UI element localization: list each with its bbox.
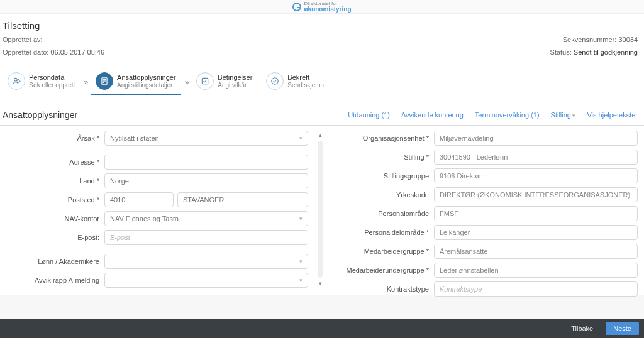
created-date: Opprettet dato: 06.05.2017 08:46 [3,47,104,58]
epost-input[interactable]: E-post [104,230,308,245]
kontraktstype-field[interactable]: Kontraktstype [434,281,638,297]
created-by: Opprettet av: [3,35,104,46]
form-scrollbar[interactable]: ▴ ▾ [316,131,325,288]
wizard-step-sub: Angi stillingsdetaljer [117,82,176,89]
scroll-down-icon[interactable]: ▾ [319,280,322,286]
wizard-step-bekreft[interactable]: Bekreft Send skjema [261,68,329,95]
label-medarbeidergruppe: Medarbeidergruppe [332,248,429,255]
wizard-step-sub: Angi vilkår [218,82,252,89]
svg-point-1 [17,80,20,83]
avvik-amelding-select[interactable] [104,273,308,288]
brand-text: Direktoratet for økonomistyring [304,1,351,13]
stillingsgruppe-field[interactable]: 9106 Direktør [434,168,638,183]
lonn-akademikere-select[interactable] [104,254,308,269]
postnr-input[interactable]: 4010 [104,192,174,207]
label-aarsak: Årsak [3,134,99,142]
adresse-input[interactable] [104,155,308,170]
wizard-step-betingelser[interactable]: Betingelser Angi vilkår [191,68,257,95]
orgenhet-field[interactable]: Miljøvernavdeling [434,131,638,146]
person-icon [8,72,25,90]
brand-logo: Direktoratet for økonomistyring [292,1,351,13]
link-vis-hjelpetekster[interactable]: Vis hjelpetekster [587,111,638,119]
label-stillingsgruppe: Stillingsgruppe [332,172,429,180]
right-column: Organisasjonsenhet Miljøvernavdeling Sti… [332,131,638,288]
status: Status: Sendt til godkjenning [550,47,638,58]
svg-point-7 [272,78,279,85]
label-adresse: Adresse [3,158,99,166]
scroll-up-icon[interactable]: ▴ [319,132,322,138]
sequence-number: Sekvensnummer: 30034 [563,35,638,46]
page-header: Tilsetting Opprettet av: Opprettet dato:… [0,14,644,62]
left-column: Årsak Nytilsatt i staten Adresse Land No… [3,131,308,288]
form-area: Årsak Nytilsatt i staten Adresse Land No… [0,126,644,295]
label-stilling: Stilling [332,153,429,161]
wizard-step-sub: Send skjema [287,82,324,89]
wizard-step-label: Ansattopplysninger [117,74,176,82]
wizard-step-label: Persondata [29,74,75,82]
send-icon [266,72,284,90]
page-title: Tilsetting [3,20,638,31]
footer-bar: Tilbake Neste [0,319,644,338]
label-orgenhet: Organisasjonsenhet [332,134,429,142]
navkontor-select[interactable]: NAV Eiganes og Tasta [104,211,308,226]
label-navkontor: NAV-kontor [3,215,99,222]
poststed-input[interactable]: STAVANGER [177,192,308,207]
label-personaldelomrade: Personaldelområde [332,229,429,236]
document-icon [96,72,113,90]
label-epost: E-post: [3,234,99,241]
section-bar: Ansattopplysninger Utdanning (1) Avviken… [0,102,644,126]
wizard-step-label: Bekreft [287,74,324,82]
label-kontraktstype: Kontraktstype [332,285,429,293]
label-lonn-akademikere: Lønn / Akademikere [3,258,99,265]
stilling-field[interactable]: 30041590 - Lederlønn [434,150,638,165]
checklist-icon [196,72,214,90]
wizard-steps: Persondata Søk eller opprett » Ansattopp… [0,62,644,102]
chevron-right-icon: » [84,78,87,87]
label-poststed: Poststed [3,196,99,204]
label-personalomrade: Personalområde [332,210,429,217]
wizard-step-persondata[interactable]: Persondata Søk eller opprett [3,68,80,95]
wizard-step-sub: Søk eller opprett [29,82,75,89]
land-input[interactable]: Norge [104,173,308,188]
label-avvik-amelding: Avvik rapp A-melding [3,276,99,284]
link-avvikende-kontering[interactable]: Avvikende kontering [401,111,464,119]
link-terminovervaking[interactable]: Terminovervåking (1) [475,111,540,119]
next-button[interactable]: Neste [606,322,639,335]
label-land: Land [3,177,99,185]
brand-swirl-icon [292,3,301,11]
svg-point-0 [14,79,18,82]
svg-rect-6 [203,79,208,84]
scroll-track[interactable] [318,141,323,278]
link-stilling-dropdown[interactable]: Stilling [551,111,576,119]
medarbeidergruppe-field[interactable]: Åremålsansatte [434,244,638,259]
brand-bar: Direktoratet for økonomistyring [0,0,644,14]
medarbeiderundergruppe-field[interactable]: Lederlønnstabellen [434,263,638,278]
wizard-step-ansattopplysninger[interactable]: Ansattopplysninger Angi stillingsdetalje… [91,68,181,95]
personalomrade-field[interactable]: FMSF [434,206,638,221]
wizard-step-label: Betingelser [218,74,252,82]
personaldelomrade-field[interactable]: Leikanger [434,225,638,240]
label-yrkeskode: Yrkeskode [332,191,429,199]
section-title: Ansattopplysninger [3,110,77,120]
chevron-right-icon: » [185,78,188,87]
link-utdanning[interactable]: Utdanning (1) [348,111,390,119]
yrkeskode-field[interactable]: DIREKTØR (ØKONOMISK INTERESSEORGANISASJO… [434,187,638,202]
back-button[interactable]: Tilbake [564,322,601,335]
aarsak-select[interactable]: Nytilsatt i staten [104,131,308,146]
label-medarbeiderundergruppe: Medarbeiderundergruppe [332,266,429,274]
